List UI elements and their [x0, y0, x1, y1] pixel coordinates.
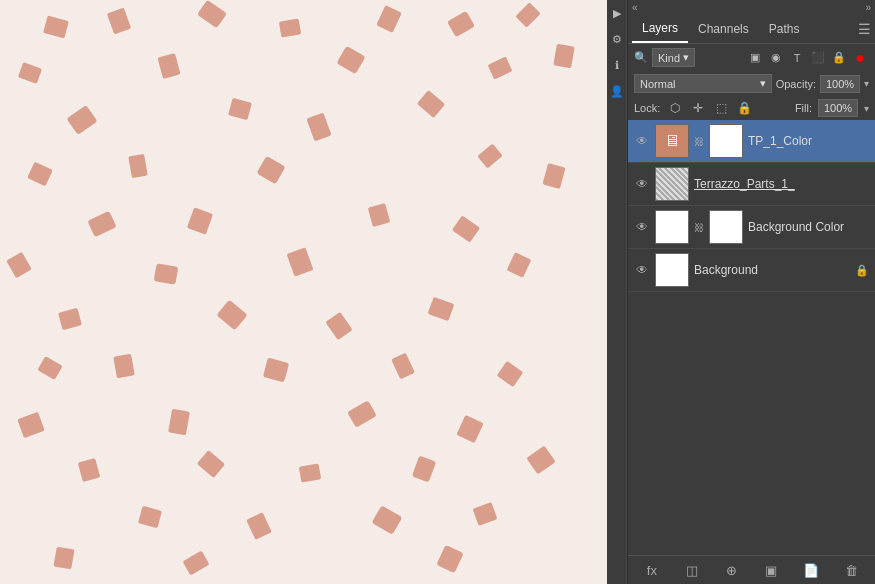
terrazzo-shape: [168, 409, 190, 436]
collapse-left-icon[interactable]: «: [632, 2, 638, 13]
terrazzo-shape: [37, 356, 62, 380]
terrazzo-shape: [216, 300, 247, 331]
blend-opacity-row: Normal ▾ Opacity: 100% ▾: [628, 71, 875, 96]
terrazzo-shape: [526, 445, 555, 474]
lock-pixel-icon[interactable]: ⬡: [666, 99, 684, 117]
terrazzo-shape: [497, 361, 524, 387]
delete-layer-button[interactable]: 🗑: [841, 560, 861, 580]
screen-icon: 🖥: [664, 132, 680, 150]
kind-dropdown[interactable]: Kind ▾: [652, 48, 695, 67]
terrazzo-shape: [436, 545, 463, 573]
terrazzo-shape: [412, 456, 436, 483]
terrazzo-shape: [87, 211, 116, 237]
person-icon[interactable]: 👤: [608, 82, 626, 100]
terrazzo-shape: [553, 44, 575, 69]
layer-visibility-toggle[interactable]: 👁: [634, 262, 650, 278]
layer-name: TP_1_Color: [748, 134, 869, 148]
layer-visibility-toggle[interactable]: 👁: [634, 176, 650, 192]
play-icon[interactable]: ▶: [608, 4, 626, 22]
lock-row: Lock: ⬡ ✛ ⬚ 🔒 Fill: 100% ▾: [628, 96, 875, 120]
layer-visibility-toggle[interactable]: 👁: [634, 133, 650, 149]
sliders-icon[interactable]: ⚙: [608, 30, 626, 48]
terrazzo-shape: [515, 2, 540, 27]
kind-label: Kind: [658, 52, 680, 64]
smart-filter-icon[interactable]: 🔒: [830, 49, 848, 67]
layer-row[interactable]: 👁 Terrazzo_Parts_1_: [628, 163, 875, 206]
canvas-area: [0, 0, 607, 584]
layer-mask-button[interactable]: ◫: [682, 560, 702, 580]
terrazzo-shape: [542, 163, 565, 189]
tab-channels[interactable]: Channels: [688, 16, 759, 42]
fill-input[interactable]: 100%: [818, 99, 858, 117]
terrazzo-shape: [286, 247, 313, 276]
blend-mode-dropdown[interactable]: Normal ▾: [634, 74, 772, 93]
panel-menu-icon[interactable]: ☰: [858, 21, 871, 37]
search-filter-icons: ▣ ◉ T ⬛ 🔒 ●: [746, 49, 869, 67]
terrazzo-shape: [58, 308, 82, 331]
layer-name: Background: [694, 263, 850, 277]
collapse-right-icon[interactable]: »: [865, 2, 871, 13]
lock-icons: ⬡ ✛ ⬚ 🔒: [666, 99, 753, 117]
terrazzo-shape: [488, 57, 513, 80]
layer-row[interactable]: 👁 🖥 ⛓ TP_1_Color: [628, 120, 875, 163]
text-filter-icon[interactable]: T: [788, 49, 806, 67]
terrazzo-shape: [368, 203, 391, 227]
new-layer-button[interactable]: 📄: [801, 560, 821, 580]
lock-all-icon[interactable]: 🔒: [735, 99, 753, 117]
chain-link-icon: ⛓: [694, 222, 704, 233]
toggle-filter-icon[interactable]: ●: [851, 49, 869, 67]
terrazzo-shape: [417, 90, 445, 118]
terrazzo-shape: [477, 143, 503, 168]
layer-row[interactable]: 👁 ⛓ Background Color: [628, 206, 875, 249]
blend-mode-value: Normal: [640, 78, 675, 90]
layer-visibility-toggle[interactable]: 👁: [634, 219, 650, 235]
layer-thumbnail-2: [655, 167, 689, 201]
terrazzo-shape: [182, 551, 209, 576]
terrazzo-shape: [78, 458, 101, 482]
new-adjustment-button[interactable]: ⊕: [722, 560, 742, 580]
terrazzo-shape: [306, 113, 331, 142]
terrazzo-shape: [197, 450, 225, 478]
layers-panel: « » Layers Channels Paths ☰ 🔍 Kind ▾ ▣ ◉…: [627, 0, 875, 584]
chain-link-icon: ⛓: [694, 136, 704, 147]
terrazzo-shape: [43, 15, 69, 38]
panel-tabs: Layers Channels Paths ☰: [628, 15, 875, 44]
terrazzo-shape: [456, 415, 483, 443]
tab-layers[interactable]: Layers: [632, 15, 688, 43]
panel-collapse-arrows: « »: [628, 0, 875, 15]
opacity-arrow[interactable]: ▾: [864, 78, 869, 89]
terrazzo-shape: [428, 297, 455, 321]
terrazzo-shape: [246, 512, 272, 540]
terrazzo-shape: [372, 505, 403, 534]
fill-arrow[interactable]: ▾: [864, 103, 869, 114]
terrazzo-shape: [263, 357, 289, 382]
terrazzo-shape: [197, 0, 227, 28]
layer-search-bar: 🔍 Kind ▾ ▣ ◉ T ⬛ 🔒 ●: [628, 44, 875, 71]
new-group-button[interactable]: ▣: [761, 560, 781, 580]
terrazzo-shape: [27, 162, 53, 187]
layer-name: Background Color: [748, 220, 869, 234]
layer-fx-button[interactable]: fx: [642, 560, 662, 580]
terrazzo-shape: [113, 354, 135, 379]
opacity-input[interactable]: 100%: [820, 75, 860, 93]
info-icon[interactable]: ℹ: [608, 56, 626, 74]
opacity-label: Opacity:: [776, 78, 816, 90]
terrazzo-shape: [187, 207, 213, 235]
terrazzo-shape: [376, 5, 402, 33]
terrazzo-shape: [17, 412, 45, 438]
layers-list: 👁 🖥 ⛓ TP_1_Color 👁 Terrazzo_Parts_1_ 👁 ⛓…: [628, 120, 875, 555]
terrazzo-shape: [154, 263, 179, 285]
lock-position-icon[interactable]: ✛: [689, 99, 707, 117]
terrazzo-shape: [256, 156, 285, 184]
layer-row[interactable]: 👁 Background 🔒: [628, 249, 875, 292]
layer-name[interactable]: Terrazzo_Parts_1_: [694, 177, 869, 191]
lock-artboard-icon[interactable]: ⬚: [712, 99, 730, 117]
shape-filter-icon[interactable]: ⬛: [809, 49, 827, 67]
adjustment-filter-icon[interactable]: ◉: [767, 49, 785, 67]
terrazzo-shape: [53, 547, 74, 570]
pixel-filter-icon[interactable]: ▣: [746, 49, 764, 67]
tab-paths[interactable]: Paths: [759, 16, 810, 42]
left-side-toolbar: ▶ ⚙ ℹ 👤: [607, 0, 627, 584]
terrazzo-shape: [279, 18, 301, 37]
terrazzo-shape: [66, 105, 97, 135]
